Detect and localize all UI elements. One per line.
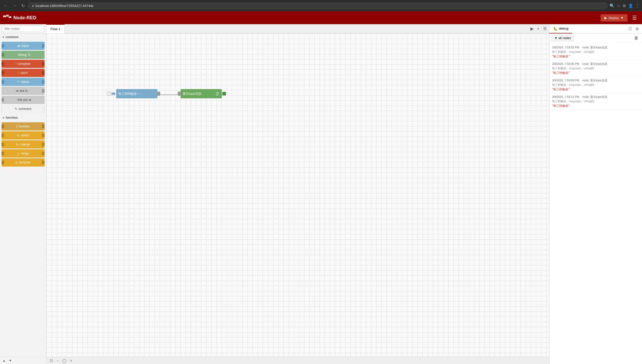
- back-button[interactable]: ←: [3, 3, 9, 8]
- bookmark-icon[interactable]: ☆: [617, 3, 620, 8]
- range-icon: △: [17, 152, 20, 155]
- run-flow-button[interactable]: ▶: [529, 25, 535, 32]
- node-range[interactable]: △ range: [2, 149, 45, 158]
- function-port-right: [42, 125, 45, 128]
- debug-bug-icon: 🐛: [553, 27, 557, 31]
- debug-menu-icon: ☰: [28, 53, 31, 57]
- debug-msg-header-1: 3/8/2020, 7:59:06 PM node: 显示topic信息: [552, 62, 639, 66]
- inject-right-port: [157, 92, 160, 96]
- debug-msg-header-3: 3/8/2020, 7:59:12 PM node: 显示topic信息: [552, 95, 639, 99]
- url-text: localhost:1880/#flow/73554227.4474dc: [36, 4, 94, 8]
- change-port-right: [42, 143, 45, 146]
- category-common-label: common: [6, 35, 19, 39]
- function-f-icon: f: [16, 124, 18, 128]
- debug-msg-node-2: node: 显示topic信息: [582, 79, 607, 82]
- deploy-button[interactable]: ▶ Deploy ▼: [601, 14, 628, 22]
- complete-port-right: [42, 62, 45, 66]
- canvas-zoom-reset-btn[interactable]: ◯: [61, 358, 68, 363]
- linkin-body: ➡ link in: [2, 87, 42, 95]
- canvas-zoom-out-btn[interactable]: −: [55, 358, 60, 363]
- node-debug[interactable]: debug ☰: [2, 51, 45, 59]
- debug-msg-node-3: node: 显示topic信息: [582, 95, 607, 98]
- inject-label: inject: [22, 44, 29, 48]
- comment-body: ✎ comment: [2, 105, 44, 113]
- sidebar-scroll-up[interactable]: ▲: [2, 358, 7, 363]
- common-node-list: ➡ inject debug ☰: [0, 40, 46, 114]
- sidebar-scroll-down[interactable]: ▼: [8, 358, 13, 363]
- flow-menu-button[interactable]: ☰: [542, 25, 548, 32]
- node-function[interactable]: f function: [2, 122, 45, 131]
- menu-icon[interactable]: ⋮: [635, 3, 639, 8]
- debug-info-btn[interactable]: ⓘ: [627, 25, 633, 32]
- inject-arrow-icon: ➡: [17, 44, 20, 48]
- node-change[interactable]: ⇆ change: [2, 140, 45, 149]
- add-flow-button[interactable]: +: [536, 25, 541, 32]
- node-template[interactable]: {} template: [2, 158, 45, 167]
- debug-filter-button[interactable]: ▼ all nodes: [552, 35, 574, 41]
- range-port-right: [42, 152, 45, 155]
- linkout-body: link out ➡: [4, 96, 45, 104]
- browser-chrome: ← → ↻ ● localhost:1880/#flow/73554227.44…: [0, 0, 642, 11]
- debug-msg-meta-3: 每三秒触发：msg.topic：string[5]: [552, 99, 639, 103]
- canvas-tab-label: Flow 1: [50, 27, 60, 31]
- node-linkin[interactable]: ➡ link in: [2, 87, 45, 95]
- debug-msg-header-0: 3/8/2020, 7:59:03 PM node: 显示topic信息: [552, 46, 639, 49]
- forward-button[interactable]: →: [11, 3, 18, 8]
- node-linkout[interactable]: link out ➡: [2, 96, 45, 104]
- canvas-wires: [46, 33, 549, 357]
- profile-icon[interactable]: 👤: [628, 3, 633, 8]
- sidebar-content: ▼ common ➡ inject: [0, 34, 46, 357]
- hamburger-menu-button[interactable]: ☰: [630, 14, 639, 22]
- header-right: ▶ Deploy ▼ ☰: [601, 14, 639, 22]
- canvas-zoom-in-btn[interactable]: +: [69, 358, 73, 363]
- debug-messages: 3/8/2020, 7:59:03 PM node: 显示topic信息 每三秒…: [550, 43, 642, 364]
- category-function-header[interactable]: ▼ function: [0, 114, 46, 121]
- node-catch[interactable]: ! catch: [2, 69, 45, 77]
- status-port-right: [42, 80, 45, 84]
- debug-left-port: [178, 92, 181, 96]
- template-port-left: [2, 161, 4, 164]
- chevron-icon: ▼: [2, 36, 5, 39]
- node-comment[interactable]: ✎ comment: [2, 105, 45, 113]
- debug-msg-node-1: node: 显示topic信息: [582, 62, 607, 65]
- canvas-debug-node[interactable]: 显示topic信息 ☰: [178, 89, 226, 98]
- canvas-tab-flow1[interactable]: Flow 1: [46, 24, 65, 33]
- filter-icon: ▼: [554, 36, 557, 40]
- main-layout: ▼ common ➡ inject: [0, 24, 642, 364]
- debug-port-left: [2, 53, 4, 57]
- reload-button[interactable]: ↻: [20, 3, 26, 9]
- debug-node-label: 显示topic信息: [183, 92, 201, 96]
- canvas[interactable]: 每三秒钟触发一... 显示topic信息 ☰: [46, 33, 549, 357]
- status-wave-icon: 〜: [17, 80, 20, 84]
- change-body: ⇆ change: [4, 140, 42, 149]
- status-label: status: [21, 80, 29, 84]
- debug-clear-button[interactable]: 🗑: [633, 35, 640, 41]
- debug-message-2: 3/8/2020, 7:59:09 PM node: 显示topic信息 每三秒…: [550, 77, 642, 93]
- complete-port-left: [2, 62, 4, 66]
- sidebar-search: [0, 24, 46, 34]
- search-input[interactable]: [2, 26, 44, 32]
- category-common-header[interactable]: ▼ common: [0, 34, 46, 40]
- node-status[interactable]: 〜 status: [2, 78, 45, 86]
- debug-settings-btn[interactable]: ⚙: [634, 25, 640, 32]
- template-icon: {}: [15, 161, 17, 164]
- canvas-inject-node[interactable]: 每三秒钟触发一...: [107, 89, 160, 98]
- node-inject[interactable]: ➡ inject: [2, 42, 45, 50]
- debug-panel: 🐛 debug ⓘ ⚙ ▼ all nodes 🗑 3/8/2020, 7:59…: [549, 24, 642, 364]
- deploy-label: Deploy: [609, 16, 619, 20]
- browser-icons: 🔍 ☆ ⚙ 👤 ⋮: [610, 3, 639, 8]
- debug-msg-header-2: 3/8/2020, 7:59:09 PM node: 显示topic信息: [552, 79, 639, 82]
- function-chevron-icon: ▼: [2, 116, 5, 119]
- switch-body: ⇆ switch: [4, 131, 42, 140]
- node-switch[interactable]: ⇆ switch: [2, 131, 45, 140]
- address-bar[interactable]: ● localhost:1880/#flow/73554227.4474dc: [28, 3, 607, 9]
- search-icon[interactable]: 🔍: [610, 3, 615, 8]
- template-label: template: [19, 161, 31, 164]
- range-port-left: [2, 152, 4, 155]
- debug-panel-tab[interactable]: 🐛 debug: [550, 24, 572, 33]
- template-body: {} template: [4, 158, 42, 167]
- node-complete[interactable]: ! complete: [2, 60, 45, 68]
- extension-icon[interactable]: ⚙: [622, 3, 626, 8]
- canvas-grid-btn[interactable]: ☷: [48, 358, 54, 363]
- nr-logo: Node-RED: [3, 15, 36, 21]
